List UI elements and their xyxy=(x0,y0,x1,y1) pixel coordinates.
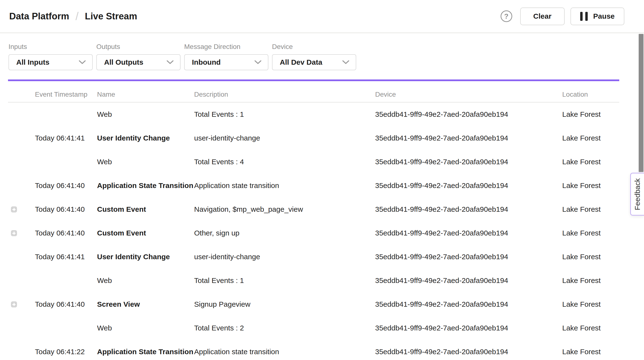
breadcrumb: Data Platform / Live Stream xyxy=(9,10,137,23)
event-location: Lake Forest xyxy=(562,300,619,308)
event-device: 35eddb41-9ff9-49e2-7aed-20afa90eb194 xyxy=(375,181,562,190)
expand-row-button[interactable] xyxy=(11,206,17,212)
filter-outputs: Outputs All Outputs xyxy=(96,43,180,70)
table-row: Today 06:41:41 User Identity Change user… xyxy=(8,126,619,150)
expand-row-button[interactable] xyxy=(11,301,17,307)
event-device: 35eddb41-9ff9-49e2-7aed-20afa90eb194 xyxy=(375,348,562,356)
table-row: Today 06:41:40 Custom Event Other, sign … xyxy=(8,221,619,245)
event-location: Lake Forest xyxy=(562,253,619,261)
breadcrumb-section[interactable]: Data Platform xyxy=(9,11,69,21)
name-column-header: Name xyxy=(97,91,194,98)
event-timestamp: Today 06:41:22 xyxy=(35,348,97,356)
inputs-dropdown[interactable]: All Inputs xyxy=(8,54,93,70)
filter-device: Device All Dev Data xyxy=(272,43,356,70)
pause-button-label: Pause xyxy=(593,12,615,20)
outputs-dropdown[interactable]: All Outputs xyxy=(96,54,180,70)
event-description: Total Events : 1 xyxy=(194,110,375,119)
clear-button-label: Clear xyxy=(533,12,552,20)
filter-message-direction: Message Direction Inbound xyxy=(184,43,268,70)
page-title: Live Stream xyxy=(85,11,137,21)
table-row: Web Total Events : 1 35eddb41-9ff9-49e2-… xyxy=(8,102,619,126)
filter-inputs: Inputs All Inputs xyxy=(8,43,93,70)
event-description: Other, sign up xyxy=(194,229,375,237)
accent-divider xyxy=(8,79,619,81)
event-name: Screen View xyxy=(97,300,194,308)
event-location: Lake Forest xyxy=(562,134,619,142)
chevron-down-icon xyxy=(78,60,86,64)
event-description: Signup Pageview xyxy=(194,300,375,308)
help-button[interactable]: ? xyxy=(500,10,512,22)
event-device: 35eddb41-9ff9-49e2-7aed-20afa90eb194 xyxy=(375,276,562,285)
event-description: user-identity-change xyxy=(194,253,375,261)
event-timestamp: Today 06:41:40 xyxy=(35,181,97,190)
description-column-header: Description xyxy=(194,91,375,98)
event-device: 35eddb41-9ff9-49e2-7aed-20afa90eb194 xyxy=(375,300,562,308)
event-name: User Identity Change xyxy=(97,253,194,261)
event-device: 35eddb41-9ff9-49e2-7aed-20afa90eb194 xyxy=(375,134,562,142)
outputs-dropdown-value: All Outputs xyxy=(104,58,144,66)
vertical-scrollbar-thumb[interactable] xyxy=(639,34,644,172)
event-description: Application state transition xyxy=(194,181,375,190)
event-timestamp: Today 06:41:41 xyxy=(35,253,97,261)
table-row: Web Total Events : 1 35eddb41-9ff9-49e2-… xyxy=(8,269,619,292)
event-location: Lake Forest xyxy=(562,276,619,285)
event-location: Lake Forest xyxy=(562,110,619,119)
event-description: Total Events : 4 xyxy=(194,158,375,166)
event-device: 35eddb41-9ff9-49e2-7aed-20afa90eb194 xyxy=(375,324,562,332)
event-name: Application State Transition xyxy=(97,181,194,190)
event-location: Lake Forest xyxy=(562,158,619,166)
event-location: Lake Forest xyxy=(562,205,619,213)
pause-icon xyxy=(580,12,588,21)
event-timestamp: Today 06:41:40 xyxy=(35,205,97,213)
question-mark-icon: ? xyxy=(504,12,508,20)
feedback-tab[interactable]: Feedback xyxy=(630,173,644,216)
inputs-dropdown-value: All Inputs xyxy=(16,58,50,66)
clear-button[interactable]: Clear xyxy=(520,7,565,25)
feedback-tab-label: Feedback xyxy=(633,178,642,210)
device-column-header: Device xyxy=(375,91,562,98)
event-device: 35eddb41-9ff9-49e2-7aed-20afa90eb194 xyxy=(375,205,562,213)
event-location: Lake Forest xyxy=(562,324,619,332)
table-row: Web Total Events : 4 35eddb41-9ff9-49e2-… xyxy=(8,150,619,174)
event-name: Web xyxy=(97,324,194,332)
event-name: Custom Event xyxy=(97,205,194,213)
chevron-down-icon xyxy=(342,60,350,64)
event-device: 35eddb41-9ff9-49e2-7aed-20afa90eb194 xyxy=(375,110,562,119)
live-stream-table: Event Timestamp Name Description Device … xyxy=(8,81,619,360)
device-dropdown[interactable]: All Dev Data xyxy=(272,54,356,70)
event-description: Total Events : 1 xyxy=(194,276,375,285)
event-name: Web xyxy=(97,158,194,166)
chevron-down-icon xyxy=(254,60,262,64)
device-dropdown-value: All Dev Data xyxy=(280,58,322,66)
event-description: Application state transition xyxy=(194,348,375,356)
breadcrumb-separator: / xyxy=(76,10,78,23)
event-device: 35eddb41-9ff9-49e2-7aed-20afa90eb194 xyxy=(375,253,562,261)
filters-bar: Inputs All Inputs Outputs All Outputs Me… xyxy=(0,33,644,70)
event-description: user-identity-change xyxy=(194,134,375,142)
event-device: 35eddb41-9ff9-49e2-7aed-20afa90eb194 xyxy=(375,158,562,166)
event-name: User Identity Change xyxy=(97,134,194,142)
table-row: Web Total Events : 2 35eddb41-9ff9-49e2-… xyxy=(8,316,619,340)
event-location: Lake Forest xyxy=(562,181,619,190)
top-bar: Data Platform / Live Stream ? Clear Paus… xyxy=(0,0,644,33)
table-body: Web Total Events : 1 35eddb41-9ff9-49e2-… xyxy=(8,102,619,360)
table-row: Today 06:41:40 Application State Transit… xyxy=(8,174,619,197)
event-timestamp: Today 06:41:40 xyxy=(35,300,97,308)
event-location: Lake Forest xyxy=(562,348,619,356)
pause-button[interactable]: Pause xyxy=(570,7,624,25)
event-timestamp: Today 06:41:41 xyxy=(35,134,97,142)
message-direction-dropdown[interactable]: Inbound xyxy=(184,54,268,70)
table-row: Today 06:41:41 User Identity Change user… xyxy=(8,245,619,269)
message-direction-filter-label: Message Direction xyxy=(184,43,268,51)
event-name: Web xyxy=(97,276,194,285)
expand-row-button[interactable] xyxy=(11,230,17,236)
event-timestamp-column-header: Event Timestamp xyxy=(35,91,97,98)
table-row: Today 06:41:40 Custom Event Navigation, … xyxy=(8,197,619,221)
event-location: Lake Forest xyxy=(562,229,619,237)
outputs-filter-label: Outputs xyxy=(96,43,180,51)
event-name: Web xyxy=(97,110,194,119)
event-name: Application State Transition xyxy=(97,348,194,356)
event-device: 35eddb41-9ff9-49e2-7aed-20afa90eb194 xyxy=(375,229,562,237)
message-direction-dropdown-value: Inbound xyxy=(192,58,220,66)
table-row: Today 06:41:22 Application State Transit… xyxy=(8,340,619,360)
